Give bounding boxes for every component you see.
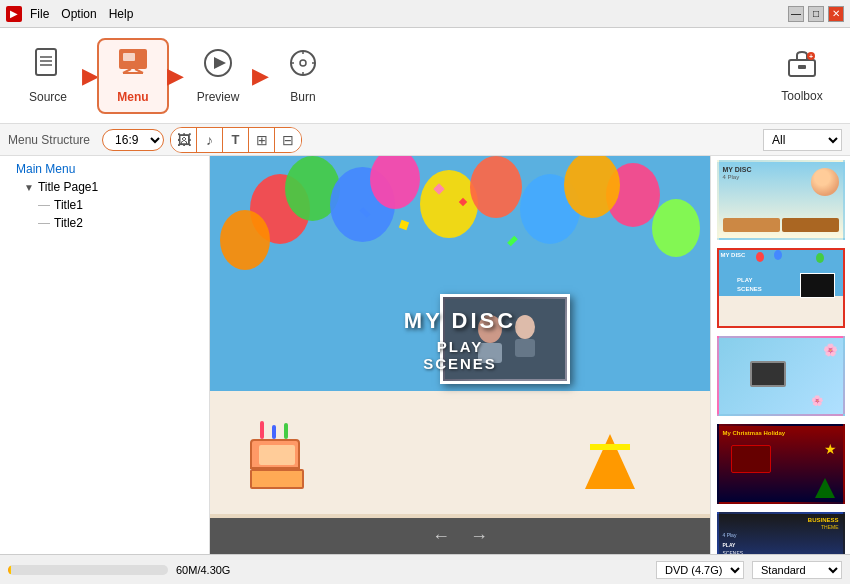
toolbar-burn[interactable]: Burn [267,38,339,114]
nav-bar: ← → [210,518,710,554]
toolbar-menu[interactable]: Menu [97,38,169,114]
disc-title: MY DISC [404,308,516,334]
menu-structure-label: Menu Structure [8,133,90,147]
svg-rect-18 [798,65,806,69]
template-1[interactable]: MY DISC 4 Play [717,160,845,240]
title2-label: Title2 [54,216,83,230]
disc-play: PLAY [404,338,516,355]
scene-container: MY DISC PLAY SCENES [210,156,710,518]
menu-file[interactable]: File [30,7,49,21]
svg-point-24 [515,315,535,339]
menu-label: Menu [117,90,148,104]
grid1-icon-btn[interactable]: ⊞ [249,128,275,152]
close-button[interactable]: ✕ [828,6,844,22]
template-4[interactable]: My Christmas Holiday ★ [717,424,845,504]
main-content: Main Menu ▼ Title Page1 — Title1 — Title… [0,156,850,554]
title1-label: Title1 [54,198,83,212]
toolbar-toolbox[interactable]: + Toolbox [766,38,838,114]
center-canvas: MY DISC PLAY SCENES [210,156,710,554]
svg-point-11 [291,51,315,75]
filter-select[interactable]: All Standard 4K [763,129,842,151]
title-bar-left: ▶ File Option Help [6,6,133,22]
main-toolbar: Source ▶ Menu ▶ Preview ▶ [0,28,850,124]
canvas-area[interactable]: MY DISC PLAY SCENES [210,156,710,518]
disc-text: MY DISC PLAY SCENES [404,308,516,372]
minimize-button[interactable]: — [788,6,804,22]
disc-scenes: SCENES [404,355,516,372]
dash-icon: — [38,198,50,212]
menu-option[interactable]: Option [61,7,96,21]
svg-marker-10 [214,57,226,69]
menu-bar: File Option Help [24,7,133,21]
toolbar-source[interactable]: Source [12,38,84,114]
svg-rect-25 [515,339,535,357]
template-3[interactable]: 🌸 🌸 [717,336,845,416]
image-icon-btn[interactable]: 🖼 [171,128,197,152]
quality-select[interactable]: Standard High Quality Low Quality [752,561,842,579]
app-icon: ▶ [6,6,22,22]
tree-item-main-menu[interactable]: Main Menu [0,160,209,178]
svg-rect-5 [123,53,135,61]
left-panel: Main Menu ▼ Title Page1 — Title1 — Title… [0,156,210,554]
template-5[interactable]: BUSINESS THEME 4 Play PLAY SCENES [717,512,845,554]
source-label: Source [29,90,67,104]
tmpl2-inner: MY DISC PLAY SCENES [719,250,843,326]
tree-item-title1[interactable]: — Title1 [0,196,209,214]
progress-label: 60M/4.30G [176,564,230,576]
tmpl1-inner: MY DISC 4 Play [719,162,843,238]
svg-point-12 [300,60,306,66]
tree-item-title2[interactable]: — Title2 [0,214,209,232]
dash2-icon: — [38,216,50,230]
toolbar-icon-group: 🖼 ♪ T ⊞ ⊟ [170,127,302,153]
source-icon [32,47,64,86]
menu-icon [117,47,149,86]
tmpl3-inner: 🌸 🌸 [719,338,843,414]
progress-bar [8,565,168,575]
toolbox-label: Toolbox [781,89,822,103]
maximize-button[interactable]: □ [808,6,824,22]
toolbar-preview[interactable]: Preview [182,38,254,114]
grid2-icon-btn[interactable]: ⊟ [275,128,301,152]
preview-label: Preview [197,90,240,104]
tmpl5-inner: BUSINESS THEME 4 Play PLAY SCENES [719,514,843,554]
preview-icon [202,47,234,86]
window-controls: — □ ✕ [788,6,844,22]
svg-text:+: + [809,53,813,60]
text-icon-btn[interactable]: T [223,128,249,152]
next-button[interactable]: → [470,526,488,547]
sub-toolbar: Menu Structure 16:9 4:3 🖼 ♪ T ⊞ ⊟ All St… [0,124,850,156]
template-2[interactable]: MY DISC PLAY SCENES [717,248,845,328]
progress-bar-fill [8,565,11,575]
menu-help[interactable]: Help [109,7,134,21]
disc-type-select[interactable]: DVD (4.7G) BD 25G BD 50G [656,561,744,579]
toolbox-icon: + [787,48,817,85]
right-panel: MY DISC 4 Play MY DISC [710,156,850,554]
svg-rect-0 [36,49,56,75]
music-icon-btn[interactable]: ♪ [197,128,223,152]
prev-button[interactable]: ← [432,526,450,547]
main-menu-label: Main Menu [16,162,75,176]
aspect-ratio-select[interactable]: 16:9 4:3 [102,129,164,151]
title-page1-label: Title Page1 [38,180,98,194]
title-bar: ▶ File Option Help — □ ✕ [0,0,850,28]
burn-label: Burn [290,90,315,104]
arrow-icon: ▼ [24,182,34,193]
burn-icon [287,47,319,86]
tree-item-title-page1[interactable]: ▼ Title Page1 [0,178,209,196]
tmpl4-inner: My Christmas Holiday ★ [719,426,843,502]
status-bar: 60M/4.30G DVD (4.7G) BD 25G BD 50G Stand… [0,554,850,584]
